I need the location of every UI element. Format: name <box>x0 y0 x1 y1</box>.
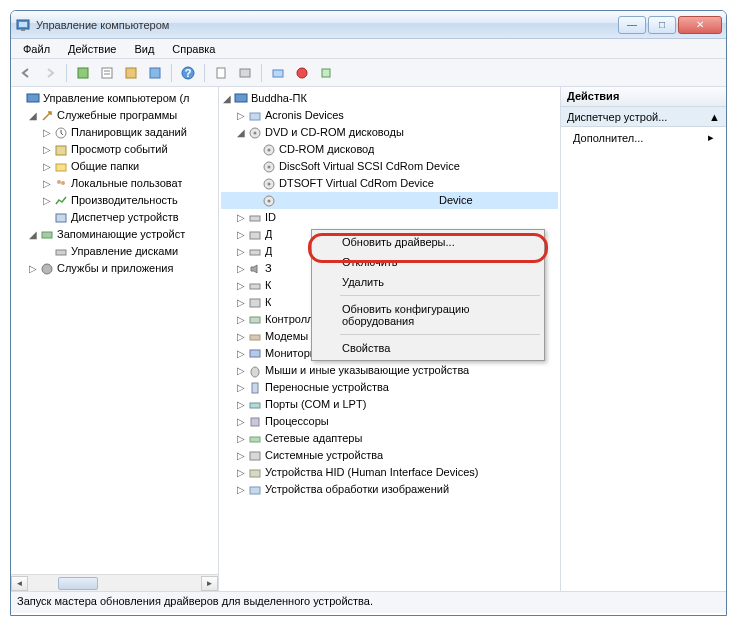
tree-item[interactable]: Просмотр событий <box>71 141 168 158</box>
properties-icon[interactable] <box>96 62 118 84</box>
expand-icon[interactable]: ▷ <box>235 396 247 413</box>
disc-icon <box>261 142 277 158</box>
expand-icon[interactable]: ▷ <box>235 447 247 464</box>
management-tree[interactable]: Управление компьютером (л ◢Служебные про… <box>11 87 218 280</box>
tree-root[interactable]: Управление компьютером (л <box>43 90 190 107</box>
collapse-icon[interactable]: ◢ <box>221 90 233 107</box>
tree-item[interactable]: З <box>265 260 272 277</box>
expand-icon[interactable]: ▷ <box>235 226 247 243</box>
tree-item[interactable]: Мониторы <box>265 345 318 362</box>
expand-icon[interactable]: ▷ <box>235 311 247 328</box>
svg-rect-48 <box>250 403 260 408</box>
ctx-update-drivers[interactable]: Обновить драйверы... <box>314 232 542 252</box>
tree-item[interactable]: DTSOFT Virtual CdRom Device <box>279 175 434 192</box>
tool-icon[interactable] <box>291 62 313 84</box>
expand-icon[interactable]: ▷ <box>235 328 247 345</box>
tree-item[interactable]: К <box>265 277 271 294</box>
tree-item[interactable]: Порты (COM и LPT) <box>265 396 366 413</box>
expand-icon[interactable]: ▷ <box>235 209 247 226</box>
scroll-thumb[interactable] <box>58 577 98 590</box>
tree-item[interactable]: Устройства HID (Human Interface Devices) <box>265 464 478 481</box>
menu-action[interactable]: Действие <box>60 41 124 57</box>
tree-item[interactable]: Запоминающие устройст <box>57 226 185 243</box>
tree-item[interactable]: Acronis Devices <box>265 107 344 124</box>
chevron-up-icon[interactable]: ▲ <box>709 111 720 123</box>
svg-point-35 <box>268 182 271 185</box>
tool-icon[interactable] <box>144 62 166 84</box>
tree-item[interactable]: DiscSoft Virtual SCSI CdRom Device <box>279 158 460 175</box>
tool-icon[interactable] <box>72 62 94 84</box>
tree-item[interactable]: ID <box>265 209 276 226</box>
expand-icon[interactable]: ▷ <box>235 362 247 379</box>
expand-icon[interactable]: ▷ <box>41 158 53 175</box>
tree-item[interactable]: К <box>265 294 271 311</box>
maximize-button[interactable]: □ <box>648 16 676 34</box>
expand-icon[interactable]: ▷ <box>41 192 53 209</box>
ctx-disable[interactable]: Отключить <box>314 252 542 272</box>
expand-icon[interactable]: ▷ <box>235 277 247 294</box>
expand-icon[interactable]: ▷ <box>235 243 247 260</box>
close-button[interactable]: ✕ <box>678 16 722 34</box>
tool-icon[interactable] <box>120 62 142 84</box>
forward-button[interactable] <box>39 62 61 84</box>
scan-icon[interactable] <box>267 62 289 84</box>
menu-view[interactable]: Вид <box>126 41 162 57</box>
collapse-icon[interactable]: ◢ <box>235 124 247 141</box>
tool-icon[interactable] <box>315 62 337 84</box>
tree-item[interactable]: Д <box>265 226 272 243</box>
scroll-right-button[interactable]: ► <box>201 576 218 591</box>
collapse-icon[interactable]: ◢ <box>27 226 39 243</box>
collapse-icon[interactable]: ◢ <box>27 107 39 124</box>
ctx-scan-hardware[interactable]: Обновить конфигурацию оборудования <box>314 299 542 331</box>
help-icon[interactable]: ? <box>177 62 199 84</box>
tree-item[interactable]: Д <box>265 243 272 260</box>
expand-icon[interactable]: ▷ <box>235 294 247 311</box>
expand-icon[interactable]: ▷ <box>235 413 247 430</box>
menu-help[interactable]: Справка <box>164 41 223 57</box>
ctx-properties[interactable]: Свойства <box>314 338 542 358</box>
tree-item[interactable]: Модемы <box>265 328 308 345</box>
tree-item[interactable]: Процессоры <box>265 413 329 430</box>
expand-icon[interactable]: ▷ <box>41 175 53 192</box>
actions-subheader[interactable]: Диспетчер устрой... ▲ <box>561 107 726 127</box>
expand-icon[interactable]: ▷ <box>235 379 247 396</box>
tree-item[interactable]: Переносные устройства <box>265 379 389 396</box>
tree-root[interactable]: Buddha-ПК <box>251 90 307 107</box>
expand-icon[interactable]: ▷ <box>41 124 53 141</box>
svg-rect-52 <box>250 470 260 477</box>
expand-icon[interactable]: ▷ <box>235 345 247 362</box>
expand-icon[interactable]: ▷ <box>41 141 53 158</box>
tree-item[interactable]: DVD и CD-ROM дисководы <box>265 124 404 141</box>
tree-item[interactable]: Управление дисками <box>71 243 178 260</box>
tree-item[interactable]: Локальные пользоват <box>71 175 182 192</box>
minimize-button[interactable]: — <box>618 16 646 34</box>
expand-icon[interactable]: ▷ <box>235 260 247 277</box>
menu-file[interactable]: Файл <box>15 41 58 57</box>
actions-more[interactable]: Дополнител... ▸ <box>561 127 726 148</box>
tree-item[interactable]: Общие папки <box>71 158 139 175</box>
tree-item[interactable]: Служебные программы <box>57 107 177 124</box>
expand-icon[interactable]: ▷ <box>27 260 39 277</box>
tree-item[interactable]: Сетевые адаптеры <box>265 430 362 447</box>
tree-item[interactable]: Устройства обработки изображений <box>265 481 449 498</box>
expand-icon[interactable]: ▷ <box>235 430 247 447</box>
back-button[interactable] <box>15 62 37 84</box>
disc-icon <box>247 125 263 141</box>
controller-icon <box>247 312 263 328</box>
tool-icon[interactable] <box>234 62 256 84</box>
tree-item[interactable]: Планировщик заданий <box>71 124 187 141</box>
tree-item[interactable]: Мыши и иные указывающие устройства <box>265 362 469 379</box>
tree-item[interactable]: CD-ROM дисковод <box>279 141 374 158</box>
tree-item-selected[interactable]: Device <box>279 192 473 209</box>
expand-icon[interactable]: ▷ <box>235 481 247 498</box>
expand-icon[interactable]: ▷ <box>235 107 247 124</box>
tree-item[interactable]: Диспетчер устройств <box>71 209 179 226</box>
tree-item[interactable]: Службы и приложения <box>57 260 173 277</box>
tool-icon[interactable] <box>210 62 232 84</box>
expand-icon[interactable]: ▷ <box>235 464 247 481</box>
scroll-left-button[interactable]: ◄ <box>11 576 28 591</box>
tree-item[interactable]: Производительность <box>71 192 178 209</box>
horizontal-scrollbar[interactable]: ◄ ► <box>11 574 218 591</box>
ctx-delete[interactable]: Удалить <box>314 272 542 292</box>
tree-item[interactable]: Системные устройства <box>265 447 383 464</box>
